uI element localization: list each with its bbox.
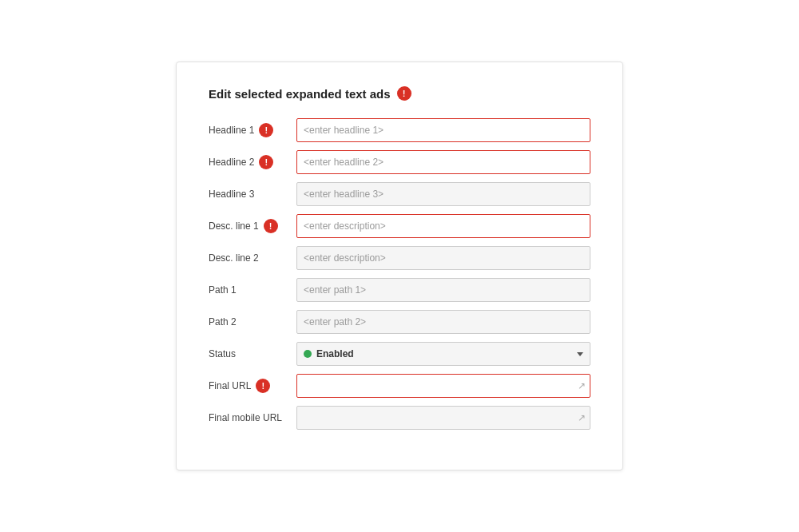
desc-line1-error-icon: ! xyxy=(264,219,278,233)
path1-label: Path 1 xyxy=(209,284,296,296)
final-url-input[interactable] xyxy=(296,374,590,398)
headline1-label: Headline 1 ! xyxy=(209,123,296,137)
final-mobile-url-label: Final mobile URL xyxy=(209,412,296,423)
final-url-wrapper: ↗ xyxy=(296,374,590,398)
desc-line2-input[interactable] xyxy=(296,246,590,270)
headline2-error-icon: ! xyxy=(259,155,273,169)
status-value: Enabled xyxy=(316,348,354,359)
title-error-icon: ! xyxy=(397,86,411,101)
headline3-input[interactable] xyxy=(296,182,590,206)
final-mobile-url-input[interactable] xyxy=(296,406,590,430)
final-mobile-url-row: Final mobile URL ↗ xyxy=(209,406,590,430)
headline2-label: Headline 2 ! xyxy=(209,155,296,169)
final-url-row: Final URL ! ↗ xyxy=(209,374,590,398)
final-url-label: Final URL ! xyxy=(209,379,296,393)
desc-line2-row: Desc. line 2 xyxy=(209,246,590,270)
desc-line2-label: Desc. line 2 xyxy=(209,252,296,264)
desc-line1-input[interactable] xyxy=(296,214,590,238)
panel-title-row: Edit selected expanded text ads ! xyxy=(209,86,590,101)
headline1-input[interactable] xyxy=(296,118,590,142)
headline3-row: Headline 3 xyxy=(209,182,590,206)
final-mobile-url-wrapper: ↗ xyxy=(296,406,590,430)
desc-line1-row: Desc. line 1 ! xyxy=(209,214,590,238)
status-select[interactable]: Enabled xyxy=(296,342,590,366)
panel-title: Edit selected expanded text ads xyxy=(209,87,391,101)
path2-label: Path 2 xyxy=(209,316,296,328)
status-label: Status xyxy=(209,348,296,359)
path2-input[interactable] xyxy=(296,310,590,334)
status-dot xyxy=(304,350,312,358)
desc-line1-label: Desc. line 1 ! xyxy=(209,219,296,233)
headline3-label: Headline 3 xyxy=(209,189,296,200)
path1-row: Path 1 xyxy=(209,278,590,302)
mobile-external-link-icon: ↗ xyxy=(578,412,586,423)
status-select-wrapper[interactable]: Enabled xyxy=(296,342,590,366)
edit-expanded-text-ads-panel: Edit selected expanded text ads ! Headli… xyxy=(176,62,623,470)
headline1-error-icon: ! xyxy=(259,123,273,137)
dropdown-arrow-icon xyxy=(577,352,583,356)
external-link-icon: ↗ xyxy=(578,380,586,391)
status-row: Status Enabled xyxy=(209,342,590,366)
headline1-row: Headline 1 ! xyxy=(209,118,590,142)
path2-row: Path 2 xyxy=(209,310,590,334)
final-url-error-icon: ! xyxy=(256,379,270,393)
headline2-row: Headline 2 ! xyxy=(209,150,590,174)
headline2-input[interactable] xyxy=(296,150,590,174)
path1-input[interactable] xyxy=(296,278,590,302)
